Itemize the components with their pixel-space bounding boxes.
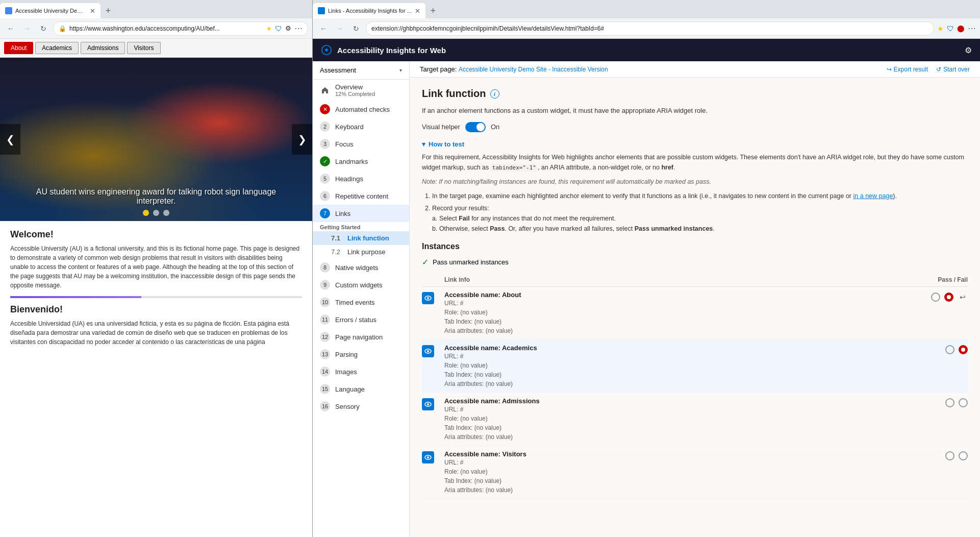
fail-radio-admissions[interactable] (959, 398, 968, 407)
sidebar-item-native-widgets[interactable]: 8 Native widgets (313, 259, 409, 276)
new-page-link[interactable]: in a new page (853, 192, 893, 200)
fail-radio-visitors[interactable] (959, 451, 968, 460)
highlight-button-visitors[interactable] (422, 451, 434, 463)
carousel-dot-2[interactable] (153, 210, 159, 216)
sidebar-item-custom-widgets[interactable]: 9 Custom widgets (313, 276, 409, 294)
instance-aria-visitors: Aria attributes: (no value) (444, 485, 907, 495)
instance-name-academics: Accessible name: Academics (444, 344, 907, 352)
extension-icon-left[interactable]: ⚙ (285, 25, 291, 32)
left-tab-close-icon[interactable]: ✕ (90, 7, 95, 15)
right-active-tab[interactable]: Links - Accessibility Insights for ... ✕ (313, 3, 425, 18)
section-title-text: Link function (422, 88, 486, 100)
pass-radio-visitors[interactable] (945, 451, 954, 460)
instance-info-admissions: Accessible name: Admissions URL: # Role:… (440, 397, 907, 442)
target-page-link[interactable]: Accessible University Demo Site - Inacce… (459, 66, 608, 73)
headings-num: 5 (320, 174, 330, 184)
visual-helper-toggle[interactable] (465, 122, 486, 132)
refresh-icon: ↺ (936, 66, 941, 73)
sidebar-item-page-navigation[interactable]: 12 Page navigation (313, 328, 409, 346)
shield-icon[interactable]: 🛡 (275, 25, 282, 33)
fail-radio-inner-about (947, 295, 951, 299)
welcome-heading: Welcome! (10, 229, 302, 240)
carousel-next-button[interactable]: ❯ (292, 124, 312, 155)
sidebar-sub-item-link-function[interactable]: 7.1 Link function (313, 231, 409, 245)
left-tab-favicon (5, 7, 12, 14)
instances-section: Instances ✓ Pass unmarked instances Link… (422, 242, 968, 499)
forward-button-right[interactable]: → (333, 22, 346, 35)
new-tab-button-left[interactable]: + (100, 3, 116, 18)
settings-icon[interactable]: ⚙ (965, 45, 972, 55)
fail-radio-inner-academics (961, 348, 965, 352)
sidebar-item-focus[interactable]: 3 Focus (313, 135, 409, 153)
new-tab-button-right[interactable]: + (425, 3, 441, 18)
sidebar-item-landmarks[interactable]: ✓ Landmarks (313, 153, 409, 170)
undo-button-about[interactable]: ↩ (958, 292, 968, 302)
pass-fail-cell-about: ↩ (907, 291, 968, 302)
carousel-dot-1[interactable] (143, 210, 149, 216)
highlight-button-academics[interactable] (422, 345, 434, 357)
nav-item-visitors[interactable]: Visitors (127, 42, 160, 54)
instance-url-academics: URL: # (444, 352, 907, 361)
highlight-button-admissions[interactable] (422, 398, 434, 410)
automated-checks-num: ✕ (320, 104, 330, 114)
left-address-bar[interactable]: 🔒 https://www.washington.edu/accesscompu… (53, 21, 308, 36)
fail-radio-academics[interactable] (959, 345, 968, 354)
sidebar-item-headings[interactable]: 5 Headings (313, 170, 409, 187)
back-button-right[interactable]: ← (317, 22, 330, 35)
left-active-tab[interactable]: Accessible University Demo Site ✕ (0, 3, 100, 18)
carousel-dots (0, 210, 312, 216)
extension-icon-right[interactable]: ⬤ (957, 25, 965, 32)
back-button-left[interactable]: ← (4, 22, 17, 35)
info-icon[interactable]: i (490, 89, 499, 99)
pass-unmarked-button[interactable]: ✓ Pass unmarked instances (422, 257, 968, 267)
sidebar-item-timed-events[interactable]: 10 Timed events (313, 294, 409, 311)
sidebar-item-language[interactable]: 15 Language (313, 380, 409, 398)
menu-icon-right[interactable]: ⋯ (968, 23, 976, 33)
sidebar-item-parsing[interactable]: 13 Parsing (313, 346, 409, 363)
nav-item-academics[interactable]: Academics (35, 42, 79, 54)
instance-role-visitors: Role: (no value) (444, 467, 907, 476)
shield-icon-right[interactable]: 🛡 (947, 25, 954, 33)
how-to-test-toggle[interactable]: ▾ How to test (422, 140, 968, 148)
right-address-bar[interactable]: extension://ghbhpcookfemncgoinjblecnilpp… (366, 21, 934, 36)
nav-item-admissions[interactable]: Admissions (81, 42, 125, 54)
sidebar-item-errors-status[interactable]: 11 Errors / status (313, 311, 409, 328)
sidebar-item-automated-checks[interactable]: ✕ Automated checks (313, 101, 409, 118)
ai-tab-favicon (318, 7, 325, 14)
sidebar-item-links[interactable]: 7 Links (313, 205, 409, 222)
reload-button-left[interactable]: ↻ (37, 22, 50, 35)
sidebar-item-keyboard[interactable]: 2 Keyboard (313, 118, 409, 135)
nav-item-about[interactable]: About (4, 42, 33, 54)
menu-icon-left[interactable]: ⋯ (294, 23, 303, 33)
automated-checks-label: Automated checks (335, 106, 390, 113)
carousel-dot-3[interactable] (163, 210, 169, 216)
reload-button-right[interactable]: ↻ (349, 22, 363, 35)
pass-radio-academics[interactable] (945, 345, 954, 354)
pass-radio-admissions[interactable] (945, 398, 954, 407)
star-icon-right[interactable]: ★ (937, 25, 944, 33)
sidebar-item-sensory[interactable]: 16 Sensory (313, 398, 409, 415)
target-actions: ↪ Export result ↺ Start over (887, 66, 970, 73)
link-info-column-header: Link info (440, 276, 907, 283)
forward-button-left[interactable]: → (20, 22, 34, 35)
export-result-button[interactable]: ↪ Export result (887, 66, 928, 73)
links-num: 7 (320, 208, 330, 218)
right-tab-close-icon[interactable]: ✕ (415, 7, 420, 15)
eye-icon (424, 455, 432, 460)
sidebar-item-images[interactable]: 14 Images (313, 363, 409, 380)
start-over-button[interactable]: ↺ Start over (936, 66, 970, 73)
assessment-dropdown[interactable]: Assessment ▾ (313, 61, 409, 80)
sidebar-sub-item-link-purpose[interactable]: 7.2 Link purpose (313, 245, 409, 259)
home-icon (320, 85, 330, 95)
instance-name-about: Accessible name: About (444, 291, 907, 299)
carousel-prev-button[interactable]: ❮ (0, 124, 20, 155)
sidebar-item-repetitive-content[interactable]: 6 Repetitive content (313, 187, 409, 205)
star-icon[interactable]: ★ (266, 25, 272, 32)
highlight-button-about[interactable] (422, 292, 434, 304)
instance-role-admissions: Role: (no value) (444, 414, 907, 423)
sidebar-item-overview[interactable]: Overview 12% Completed (313, 80, 409, 101)
pass-radio-about[interactable] (931, 292, 940, 302)
links-label: Links (335, 210, 350, 217)
svg-point-6 (427, 403, 429, 405)
fail-radio-about[interactable] (944, 292, 953, 302)
